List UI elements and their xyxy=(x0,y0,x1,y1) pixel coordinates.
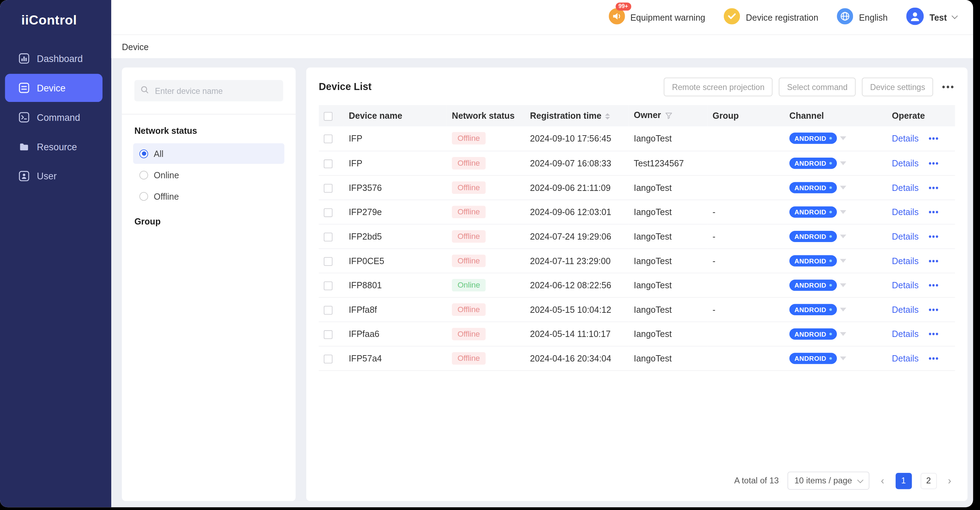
sidebar-item-dashboard[interactable]: Dashboard xyxy=(5,45,103,73)
group-cell xyxy=(707,126,784,151)
equipment-warning-button[interactable]: 99+ Equipment warning xyxy=(608,8,705,26)
row-checkbox[interactable] xyxy=(324,257,332,266)
filter-icon[interactable] xyxy=(665,111,672,121)
channel-dropdown-icon[interactable] xyxy=(840,332,846,336)
sort-icon[interactable] xyxy=(605,113,610,120)
channel-dot-icon xyxy=(829,235,832,237)
row-more-icon[interactable] xyxy=(929,232,939,241)
more-actions-icon[interactable] xyxy=(942,82,955,92)
details-link[interactable]: Details xyxy=(892,134,918,143)
app-window: iiControl Dashboard Device Command xyxy=(0,0,973,507)
operate-cell: Details xyxy=(887,200,955,224)
operate-cell: Details xyxy=(887,224,955,249)
channel-dropdown-icon[interactable] xyxy=(840,234,846,238)
row-more-icon[interactable] xyxy=(929,329,939,339)
avatar xyxy=(907,7,924,27)
row-more-icon[interactable] xyxy=(929,354,939,363)
sidebar-item-user[interactable]: User xyxy=(5,162,103,190)
group-cell xyxy=(707,273,784,297)
details-link[interactable]: Details xyxy=(892,182,918,193)
sidebar-item-resource[interactable]: Resource xyxy=(5,133,103,161)
remote-screen-projection-button[interactable]: Remote screen projection xyxy=(664,77,773,96)
sidebar-item-device[interactable]: Device xyxy=(5,74,103,102)
page-button-1[interactable]: 1 xyxy=(895,473,912,489)
group-cell: - xyxy=(707,200,784,224)
details-link[interactable]: Details xyxy=(892,353,918,363)
row-more-icon[interactable] xyxy=(929,280,939,290)
page-size-select[interactable]: 10 items / page xyxy=(788,472,869,490)
channel-badge: ANDROID xyxy=(789,353,837,364)
registration-time-cell: 2024-05-14 11:10:17 xyxy=(525,322,628,346)
row-checkbox[interactable] xyxy=(324,183,332,192)
details-link[interactable]: Details xyxy=(892,280,918,290)
row-checkbox[interactable] xyxy=(324,159,332,168)
previous-page-button[interactable] xyxy=(878,475,887,486)
device-name-cell: IFP57a4 xyxy=(344,346,447,370)
device-name-cell: IFP xyxy=(344,151,447,175)
channel-dropdown-icon[interactable] xyxy=(840,210,846,214)
device-registration-button[interactable]: Device registration xyxy=(724,8,819,26)
row-checkbox[interactable] xyxy=(324,233,332,241)
channel-badge: ANDROID xyxy=(789,304,837,315)
table-row: IFP8801 Online 2024-06-12 08:22:56 Iango… xyxy=(319,273,955,297)
channel-badge: ANDROID xyxy=(789,255,837,266)
row-more-icon[interactable] xyxy=(929,159,939,168)
channel-dot-icon xyxy=(829,259,832,261)
row-checkbox[interactable] xyxy=(324,354,332,363)
network-status-badge: Offline xyxy=(452,230,485,242)
network-status-option-offline[interactable]: Offline xyxy=(133,186,284,206)
registration-time-cell: 2024-05-15 10:04:12 xyxy=(525,297,628,322)
device-list-header: Device List Remote screen projection Sel… xyxy=(319,77,955,96)
device-settings-button[interactable]: Device settings xyxy=(862,77,934,96)
select-command-button[interactable]: Select command xyxy=(779,77,856,96)
sidebar-item-command[interactable]: Command xyxy=(5,103,103,131)
column-group: Group xyxy=(707,105,784,126)
search-icon xyxy=(141,85,149,96)
channel-dropdown-icon[interactable] xyxy=(840,186,846,190)
device-search-input[interactable] xyxy=(154,86,277,96)
user-menu[interactable]: Test xyxy=(907,7,957,27)
channel-dropdown-icon[interactable] xyxy=(840,259,846,263)
network-status-badge: Offline xyxy=(452,328,485,340)
details-link[interactable]: Details xyxy=(892,328,918,339)
details-link[interactable]: Details xyxy=(892,158,918,168)
details-link[interactable]: Details xyxy=(892,207,918,217)
device-name-cell: IFP279e xyxy=(344,200,447,224)
row-more-icon[interactable] xyxy=(929,134,939,143)
language-selector[interactable]: English xyxy=(837,8,888,26)
details-link[interactable]: Details xyxy=(892,304,918,314)
channel-cell: ANDROID xyxy=(784,346,887,370)
channel-dropdown-icon[interactable] xyxy=(840,356,846,360)
dashboard-icon xyxy=(19,53,29,64)
channel-dropdown-icon[interactable] xyxy=(840,308,846,311)
device-list-panel: Device List Remote screen projection Sel… xyxy=(306,68,967,501)
device-name-cell: IFP3576 xyxy=(344,175,447,200)
channel-dropdown-icon[interactable] xyxy=(840,161,846,165)
device-name-cell: IFP2bd5 xyxy=(344,224,447,249)
network-status-option-all[interactable]: All xyxy=(133,143,284,164)
row-more-icon[interactable] xyxy=(929,207,939,217)
owner-cell: IangoTest xyxy=(628,297,707,322)
details-link[interactable]: Details xyxy=(892,231,918,241)
details-link[interactable]: Details xyxy=(892,255,918,266)
registration-time-cell: 2024-07-11 23:29:00 xyxy=(525,249,628,273)
row-checkbox[interactable] xyxy=(324,208,332,217)
device-search-box[interactable] xyxy=(134,80,283,102)
network-status-badge: Offline xyxy=(452,254,485,267)
row-more-icon[interactable] xyxy=(929,256,939,266)
row-more-icon[interactable] xyxy=(929,183,939,192)
select-all-checkbox[interactable] xyxy=(324,112,332,121)
network-status-option-online[interactable]: Online xyxy=(133,165,284,185)
row-checkbox[interactable] xyxy=(324,135,332,143)
row-checkbox[interactable] xyxy=(324,281,332,290)
channel-dropdown-icon[interactable] xyxy=(840,283,846,287)
page-button-2[interactable]: 2 xyxy=(921,473,937,489)
row-more-icon[interactable] xyxy=(929,305,939,314)
row-checkbox[interactable] xyxy=(324,330,332,339)
resource-icon xyxy=(19,142,29,152)
row-checkbox[interactable] xyxy=(324,306,332,314)
channel-dropdown-icon[interactable] xyxy=(840,137,846,140)
channel-cell: ANDROID xyxy=(784,297,887,322)
channel-dot-icon xyxy=(829,284,832,286)
next-page-button[interactable] xyxy=(945,475,954,486)
